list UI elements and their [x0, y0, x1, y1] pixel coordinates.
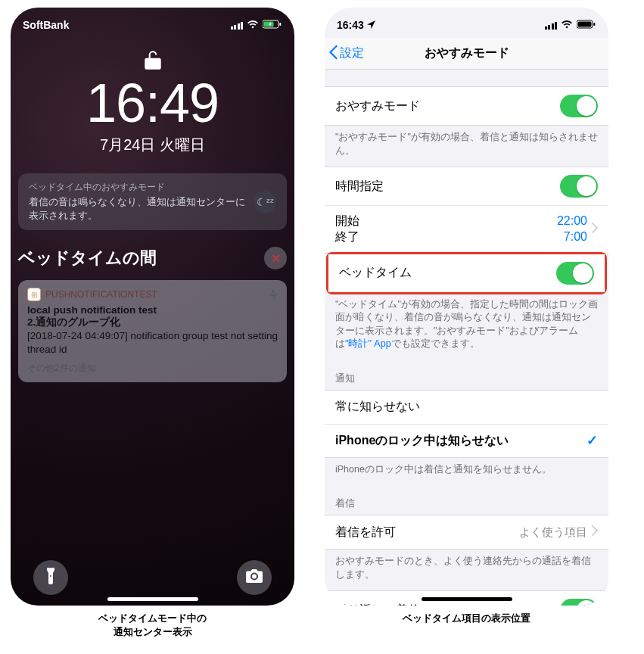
row-silence-always[interactable]: 常に知らせない [325, 391, 608, 424]
camera-button[interactable] [237, 560, 272, 595]
row-bedtime: ベッドタイム [328, 254, 605, 292]
wifi-icon [247, 19, 259, 31]
svg-rect-2 [279, 23, 281, 26]
row-allow-calls[interactable]: 着信を許可 よく使う項目 [325, 515, 608, 549]
row-label: ベッドタイム [339, 265, 556, 281]
carrier-label: SoftBank [23, 19, 69, 31]
row-dnd: おやすみモード [325, 87, 608, 125]
footer-bedtime: "ベッドタイム"が有効の場合、指定した時間の間はロック画面が暗くなり、着信の音が… [325, 293, 608, 360]
row-label: 常に知らせない [335, 399, 598, 415]
notification-more: その他2件の通知 [27, 362, 278, 375]
checkmark-icon: ✓ [586, 432, 598, 449]
toggle-schedule[interactable] [560, 175, 598, 198]
location-icon [367, 19, 375, 31]
header-silence: 通知 [325, 360, 608, 390]
row-label: 繰り返しの着信 [335, 603, 560, 606]
dnd-banner-title: ベッドタイム中のおやすみモード [29, 181, 246, 194]
app-icon: ⊞ [27, 288, 41, 301]
row-start-end[interactable]: 開始 終了 22:00 7:00 [325, 205, 608, 253]
moon-icon: ☾ᶻᶻ [254, 191, 276, 213]
nav-back-label: 設定 [340, 45, 364, 61]
chevron-right-icon [592, 525, 598, 539]
row-label: おやすみモード [335, 98, 560, 114]
battery-icon [577, 19, 596, 31]
bedtime-section-title: ベッドタイムの間 [18, 247, 157, 269]
status-time: 16:43 [337, 19, 364, 31]
home-indicator[interactable] [422, 597, 512, 601]
nav-back-button[interactable]: 設定 [329, 38, 364, 69]
lock-date: 7月24日 火曜日 [11, 135, 294, 155]
status-bar: 16:43 [325, 8, 608, 38]
flashlight-icon [44, 568, 58, 587]
svg-rect-1 [264, 22, 274, 27]
notification-subtitle: 2.通知のグループ化 [27, 316, 278, 329]
notification-app: PUSHNOTIFICATIONTEST [45, 289, 157, 300]
row-label: iPhoneのロック中は知らせない [335, 433, 586, 449]
toggle-repeated-calls[interactable] [560, 599, 598, 606]
camera-icon [246, 569, 263, 586]
footer-silence: iPhoneのロック中は着信と通知を知らせません。 [325, 458, 608, 486]
chevron-left-icon [329, 45, 338, 63]
row-label: 時間指定 [335, 179, 560, 195]
signal-icon [545, 21, 558, 30]
row-schedule: 時間指定 [325, 167, 608, 205]
notification-body: [2018-07-24 04:49:07] notification group… [27, 329, 278, 357]
row-label: 着信を許可 [335, 525, 519, 540]
row-detail: よく使う項目 [519, 525, 587, 540]
close-button[interactable]: ✕ [264, 247, 287, 269]
start-value: 22:00 [557, 213, 587, 229]
dnd-banner[interactable]: ベッドタイム中のおやすみモード 着信の音は鳴らなくなり、通知は通知センターに表示… [18, 173, 287, 230]
lock-screen: SoftBank 16:49 7月24日 火曜日 ベッドタイム中のおやすみモード [11, 8, 294, 606]
unlock-icon [11, 48, 294, 74]
wifi-icon [561, 19, 573, 31]
footer-dnd: "おやすみモード"が有効の場合、着信と通知は知らされません。 [325, 126, 608, 167]
end-value: 7:00 [557, 229, 587, 245]
left-caption: ベッドタイムモード中の 通知センター表示 [98, 612, 207, 638]
notification-time: 今 [269, 288, 278, 301]
svg-rect-5 [593, 23, 595, 26]
settings-screen: 16:43 設定 おやすみモー [325, 8, 608, 606]
home-indicator[interactable] [107, 597, 198, 601]
close-icon: ✕ [271, 251, 281, 266]
nav-title: おやすみモード [425, 45, 509, 61]
signal-icon [231, 21, 244, 30]
header-calls: 着信 [325, 485, 608, 515]
lock-time: 16:49 [11, 76, 294, 130]
right-caption: ベッドタイム項目の表示位置 [403, 612, 530, 625]
notification-card[interactable]: ⊞ PUSHNOTIFICATIONTEST 今 local push noti… [18, 280, 287, 382]
status-bar: SoftBank [11, 8, 294, 38]
footer-text: でも設定できます。 [391, 338, 480, 349]
notification-title: local push notification test [27, 304, 278, 316]
toggle-dnd[interactable] [560, 95, 598, 117]
chevron-right-icon [592, 223, 598, 236]
clock-app-link[interactable]: "時計" App [345, 338, 391, 349]
footer-calls: おやすみモードのとき、よく使う連絡先からの通話を着信します。 [325, 550, 608, 590]
start-label: 開始 [335, 213, 359, 229]
battery-icon [263, 19, 282, 31]
bedtime-highlight: ベッドタイム [326, 252, 607, 294]
dnd-banner-body: 着信の音は鳴らなくなり、通知は通知センターに表示されます。 [29, 195, 246, 223]
end-label: 終了 [335, 229, 359, 245]
nav-bar: 設定 おやすみモード [325, 38, 608, 70]
row-silence-locked[interactable]: iPhoneのロック中は知らせない ✓ [325, 424, 608, 457]
svg-rect-4 [578, 22, 592, 27]
toggle-bedtime[interactable] [556, 262, 594, 285]
flashlight-button[interactable] [33, 560, 68, 595]
